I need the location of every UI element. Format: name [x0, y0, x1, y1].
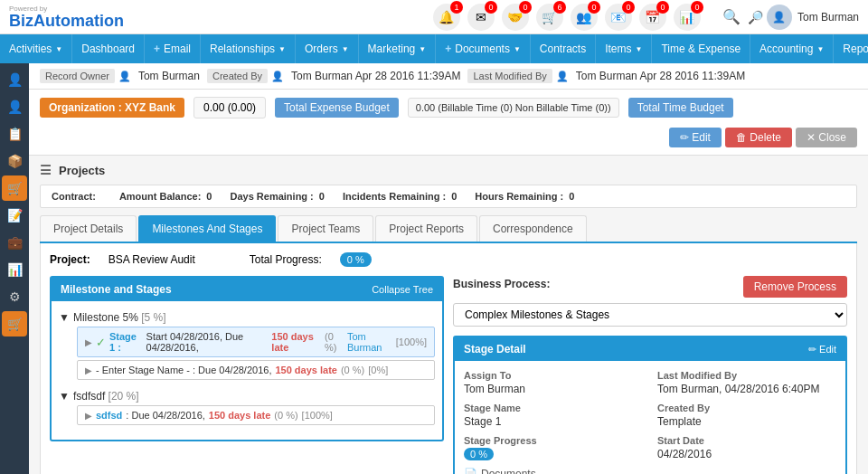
record-owner-field: Record Owner 👤: [40, 69, 131, 83]
record-owner-label: Record Owner: [40, 69, 115, 83]
user-name: Tom Burman: [797, 11, 859, 24]
stage-2-link[interactable]: sdfsd: [96, 410, 122, 421]
nav-activities[interactable]: Activities ▼: [0, 34, 72, 63]
stage-item-1[interactable]: ▶ ✓ Stage 1 : Start 04/28/2016, Due 04/2…: [77, 327, 435, 357]
milestone-group-1: ▼ Milestone 5% [5 %] ▶ ✓ Stage 1 : Start…: [59, 308, 435, 380]
nav-orders[interactable]: Orders ▼: [296, 34, 359, 63]
tabs: Project Details Milestones And Stages Pr…: [40, 215, 857, 243]
stage-name-field: Stage Name Stage 1: [464, 403, 643, 428]
stage-detail-edit[interactable]: ✏ Edit: [808, 344, 836, 356]
sidebar-item-6[interactable]: 💼: [2, 230, 27, 255]
nav-reports[interactable]: Reports ▼: [834, 34, 868, 63]
tab-project-reports[interactable]: Project Reports: [375, 215, 477, 242]
stage-progress-badge: 0 %: [464, 448, 494, 460]
expand-stage-1: ▶: [85, 337, 92, 347]
sidebar-item-5[interactable]: 📝: [2, 203, 27, 228]
milestone-1-pct: [5 %]: [141, 311, 165, 324]
nav-accounting[interactable]: Accounting ▼: [750, 34, 834, 63]
days-field: Days Remaining : 0: [230, 191, 324, 202]
stage-name-label: Stage Name: [464, 403, 643, 413]
start-date-label: Start Date: [657, 435, 836, 446]
sidebar-item-3[interactable]: 📋: [2, 121, 27, 147]
logo-area: Powered by BizAutomation: [9, 5, 124, 29]
sidebar-item-2[interactable]: 👤: [2, 94, 27, 119]
sidebar-item-cart[interactable]: 🛒: [2, 175, 27, 201]
remove-process-button[interactable]: Remove Process: [743, 276, 847, 298]
stage-detail-title: Stage Detail: [464, 343, 526, 356]
calendar-icon[interactable]: 📅0: [639, 4, 666, 31]
nav-email[interactable]: + Email: [145, 34, 201, 63]
close-button[interactable]: ✕ Close: [796, 128, 857, 147]
notifications-icon[interactable]: 🔔1: [433, 4, 460, 31]
milestone-column: Milestone and Stages Collapse Tree ▼ Mil…: [50, 276, 444, 474]
stage-progress-value: 0 %: [464, 448, 643, 460]
days-label: Days Remaining :: [230, 191, 313, 202]
sidebar-item-1[interactable]: 👤: [2, 67, 27, 92]
milestone-arrow-2: ▼: [59, 390, 70, 403]
tab-milestones-stages[interactable]: Milestones And Stages: [138, 215, 276, 242]
stage-item-2[interactable]: ▶ sdfsd : Due 04/28/2016, 150 days late …: [77, 405, 435, 425]
assign-to-value: Tom Burman: [464, 383, 643, 395]
mail2-icon[interactable]: 📧0: [605, 4, 632, 31]
sidebar-item-4[interactable]: 📦: [2, 148, 27, 174]
process-select[interactable]: Complex Milestones & Stages: [453, 303, 847, 327]
sidebar-item-7[interactable]: 📊: [2, 257, 27, 282]
edit-button[interactable]: ✏ Edit: [669, 128, 722, 147]
nav-dashboard[interactable]: Dashboard: [72, 34, 145, 63]
top-header: Powered by BizAutomation 🔔1 ✉0 🤝0 🛒6 👥0 …: [0, 0, 868, 34]
stage-name-value: Stage 1: [464, 415, 643, 428]
detail-grid: Assign To Tom Burman Last Modified By To…: [464, 370, 836, 460]
tab-project-teams[interactable]: Project Teams: [278, 215, 373, 242]
created-by-value: Tom Burman Apr 28 2016 11:39AM: [291, 70, 460, 82]
nav-relationships[interactable]: Relationships ▼: [201, 34, 296, 63]
cart-icon[interactable]: 🛒6: [536, 4, 563, 31]
created-by-value: Template: [657, 415, 836, 428]
stage-1-user-pct: [100%]: [396, 337, 427, 347]
sidebar-item-8[interactable]: ⚙: [2, 284, 27, 309]
stage-2-late: 150 days late: [209, 410, 271, 421]
milestone-arrow-1: ▼: [59, 311, 70, 324]
milestone-box: Milestone and Stages Collapse Tree ▼ Mil…: [50, 276, 444, 441]
nav-time-expense[interactable]: Time & Expense: [652, 34, 750, 63]
milestone-2-title[interactable]: ▼ fsdfsdf [20 %]: [59, 387, 435, 405]
stage-1-late: 150 days late: [271, 331, 321, 353]
hours-field: Hours Remaining : 0: [475, 191, 574, 202]
modified-label: Last Modified By: [467, 69, 552, 83]
delete-button[interactable]: 🗑 Delete: [725, 128, 792, 147]
milestone-2-pct: [20 %]: [108, 390, 139, 403]
stage-1-link[interactable]: Stage 1 :: [109, 331, 143, 353]
nav-marketing[interactable]: Marketing ▼: [359, 34, 437, 63]
created-by-label: Created By: [657, 403, 836, 413]
tab-correspondence[interactable]: Correspondence: [479, 215, 587, 242]
handshake-icon[interactable]: 🤝0: [502, 4, 529, 31]
assign-to-field: Assign To Tom Burman: [464, 370, 643, 395]
search-button[interactable]: 🔍: [722, 8, 741, 25]
layout: 👤 👤 📋 📦 🛒 📝 💼 📊 ⚙ 🛒 Record Owner 👤 Tom B…: [0, 63, 868, 474]
document-icon: 📄: [464, 468, 477, 474]
contract-field: Contract:: [52, 191, 101, 202]
org-bar: Organization : XYZ Bank 0.00 (0.00) Tota…: [29, 90, 868, 156]
milestone-1-title[interactable]: ▼ Milestone 5% [5 %]: [59, 308, 435, 327]
nav-items[interactable]: Items ▼: [596, 34, 652, 63]
placeholder-late: 150 days late: [275, 365, 337, 375]
stage-placeholder-1[interactable]: ▶ - Enter Stage Name - : Due 04/28/2016,…: [77, 360, 435, 380]
created-by-icon: 👤: [271, 71, 284, 82]
contract-label: Contract:: [52, 191, 96, 202]
incidents-value: 0: [451, 191, 457, 202]
nav-contracts[interactable]: Contracts: [531, 34, 596, 63]
assign-to-label: Assign To: [464, 370, 643, 381]
logo-sub: Powered by BizAutomation: [9, 5, 124, 29]
stage-2-pct: (0 %): [274, 410, 297, 421]
email-icon[interactable]: ✉0: [467, 4, 495, 31]
reports-icon[interactable]: 📊0: [674, 4, 701, 31]
collapse-tree-button[interactable]: Collapse Tree: [372, 284, 433, 295]
milestone-2-label: fsdfsdf [20 %]: [73, 390, 139, 403]
nav-documents[interactable]: + Documents ▼: [436, 34, 531, 63]
sidebar-item-cart2[interactable]: 🛒: [2, 311, 27, 337]
modified-value: Tom Burman Apr 28 2016 11:39AM: [576, 70, 745, 82]
days-value: 0: [319, 191, 325, 202]
expense-amount: 0.00 (0.00): [193, 97, 266, 118]
tab-project-details[interactable]: Project Details: [40, 215, 137, 242]
search2-button[interactable]: 🔎: [748, 10, 763, 24]
contacts-icon[interactable]: 👥0: [571, 4, 598, 31]
